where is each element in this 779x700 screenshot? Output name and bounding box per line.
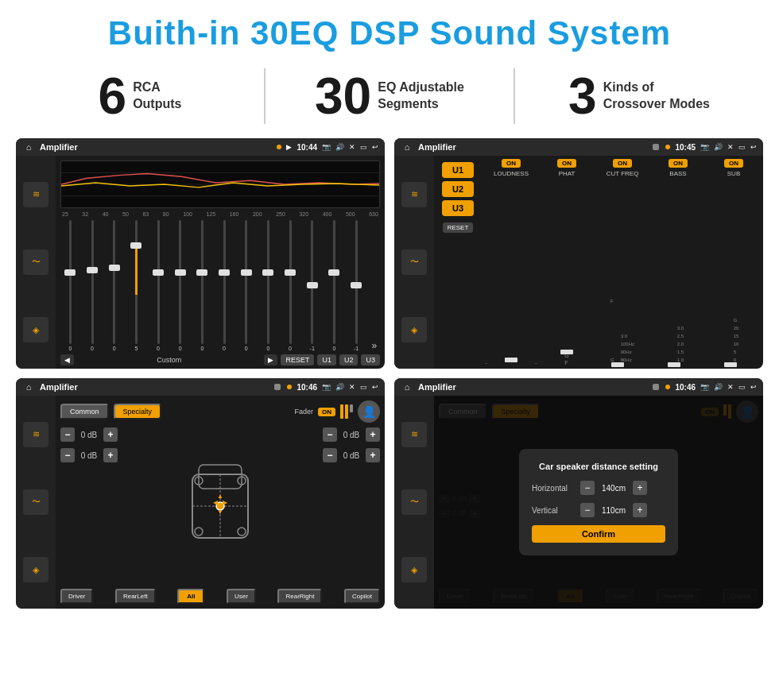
cross-minus-1[interactable]: − — [60, 427, 75, 442]
cross-avatar-btn[interactable]: 👤 — [358, 400, 380, 423]
dialog-horizontal-minus[interactable]: − — [580, 481, 595, 495]
confirm-button[interactable]: Confirm — [532, 525, 665, 543]
stats-row: 6 RCAOutputs 30 EQ AdjustableSegments 3 … — [0, 60, 779, 138]
home-icon[interactable]: ⌂ — [22, 141, 35, 153]
cross-rearright-btn[interactable]: RearRight — [277, 589, 322, 604]
back-icon[interactable]: ↩ — [372, 143, 378, 151]
cross-status-dot — [287, 385, 292, 389]
stat-eq-label: EQ AdjustableSegments — [378, 79, 464, 113]
window-icon[interactable]: ▭ — [360, 143, 367, 151]
cross-right-vol: − 0 dB + − 0 dB + — [323, 427, 380, 584]
dialog-window-icon[interactable]: ▭ — [738, 383, 746, 391]
cross-back-icon[interactable]: ↩ — [372, 383, 378, 391]
svg-text:◀: ◀ — [213, 499, 219, 506]
cross-plus-2[interactable]: + — [103, 448, 118, 462]
eq-sidebar-icon-2[interactable]: 〜 — [23, 249, 48, 275]
cross-plus-1[interactable]: + — [103, 427, 118, 442]
eq-screen-title: Amplifier — [40, 142, 272, 152]
cross-home-icon[interactable]: ⌂ — [22, 381, 35, 393]
cross-minus-2[interactable]: − — [60, 448, 75, 462]
cross-sidebar-icon-1[interactable]: ≋ — [23, 422, 48, 447]
amp-phat-on[interactable]: ON — [557, 159, 576, 168]
cross-plus-4[interactable]: + — [366, 448, 380, 462]
dialog-camera-icon: 📷 — [700, 383, 709, 391]
amp-bass-label: BASS — [669, 170, 686, 177]
dialog-close-icon[interactable]: ✕ — [727, 383, 734, 391]
eq-sidebar-icon-1[interactable]: ≋ — [23, 182, 48, 207]
amp-status-square — [653, 144, 659, 150]
eq-u1-btn[interactable]: U1 — [317, 354, 336, 365]
cross-minus-3[interactable]: − — [323, 427, 337, 442]
cross-close-icon[interactable]: ✕ — [349, 383, 355, 391]
cross-plus-3[interactable]: + — [366, 427, 380, 442]
amp-cutfreq-label: CUT FREQ — [607, 170, 639, 177]
amp-channel-bass: ON BASS 3.02.52.01.51.0 — [652, 159, 704, 365]
amp-home-icon[interactable]: ⌂ — [401, 141, 413, 153]
cross-tab-specialty[interactable]: Specialty — [114, 404, 162, 420]
eq-u2-btn[interactable]: U2 — [339, 354, 358, 365]
cross-window-icon[interactable]: ▭ — [360, 383, 367, 391]
amp-reset-btn[interactable]: RESET — [443, 222, 474, 233]
dialog-home-icon[interactable]: ⌂ — [401, 381, 413, 393]
amp-u1-btn[interactable]: U1 — [442, 162, 474, 178]
cross-sidebar-icon-3[interactable]: ◈ — [23, 557, 48, 582]
amp-bass-on[interactable]: ON — [669, 159, 688, 168]
cross-user-btn[interactable]: User — [227, 589, 256, 604]
eq-next-btn[interactable]: ▶ — [264, 354, 277, 365]
cross-fader-bar-3 — [350, 404, 353, 412]
amp-channel-loudness: ON LOUDNESS ~~ — [485, 159, 537, 365]
cross-sidebar-icon-2[interactable]: 〜 — [23, 489, 48, 515]
eq-slider-2: 0 — [104, 220, 124, 351]
stat-rca: 6 RCAOutputs — [32, 71, 248, 122]
crossover-screen: ⌂ Amplifier 10:46 📷 🔊 ✕ ▭ ↩ ≋ 〜 ◈ Common… — [16, 378, 385, 609]
dialog-sidebar-icon-2[interactable]: 〜 — [401, 489, 427, 515]
cross-top-row: Common Specialty Fader ON 👤 — [60, 400, 380, 423]
amp-window-icon[interactable]: ▭ — [738, 143, 746, 151]
eq-sidebar: ≋ 〜 ◈ — [16, 156, 56, 369]
amp-sidebar-icon-3[interactable]: ◈ — [401, 317, 427, 342]
play-icon[interactable]: ▶ — [286, 143, 292, 151]
cross-driver-btn[interactable]: Driver — [60, 589, 93, 604]
amp-vol-icon: 🔊 — [714, 143, 723, 151]
amp-status-dot — [665, 145, 670, 149]
amp-close-icon[interactable]: ✕ — [727, 143, 734, 151]
amp-channel-cutfreq: ON CUT FREQ FG 3.0100Hz90Hz80Hz — [596, 159, 649, 365]
cross-rearleft-btn[interactable]: RearLeft — [115, 589, 156, 604]
amp-sidebar-icon-1[interactable]: ≋ — [401, 182, 427, 207]
cross-all-btn[interactable]: All — [177, 589, 204, 604]
eq-nav-arrows[interactable]: » — [368, 340, 380, 351]
eq-slider-9: 0 — [258, 220, 278, 351]
amp-sub-on[interactable]: ON — [724, 159, 743, 168]
cross-on-btn[interactable]: ON — [318, 408, 335, 416]
amp-back-icon[interactable]: ↩ — [750, 143, 757, 151]
amp-time: 10:45 — [675, 143, 696, 152]
eq-sidebar-icon-3[interactable]: ◈ — [23, 317, 48, 342]
cross-tab-common[interactable]: Common — [60, 404, 109, 420]
eq-time: 10:44 — [296, 143, 317, 152]
amp-u2-btn[interactable]: U2 — [442, 181, 474, 197]
stat-divider-2 — [514, 68, 515, 124]
dialog-vertical-minus[interactable]: − — [580, 503, 595, 517]
dialog-back-icon[interactable]: ↩ — [750, 383, 757, 391]
amp-loudness-on[interactable]: ON — [502, 159, 521, 168]
cross-vol-row-2: − 0 dB + — [60, 448, 118, 462]
eq-body: ≋ 〜 ◈ 2532405063 80100125160200 — [16, 156, 385, 369]
dialog-horizontal-plus[interactable]: + — [633, 481, 647, 495]
dialog-sidebar-icon-1[interactable]: ≋ — [401, 422, 427, 447]
amp-channels: ON LOUDNESS ~~ ON PHAT — [482, 156, 763, 369]
close-icon[interactable]: ✕ — [349, 143, 355, 151]
amp-cutfreq-on[interactable]: ON — [613, 159, 632, 168]
amp-sidebar-icon-2[interactable]: 〜 — [401, 249, 427, 275]
amp-sub-label: SUB — [727, 170, 740, 177]
eq-u3-btn[interactable]: U3 — [361, 354, 380, 365]
eq-reset-btn[interactable]: RESET — [281, 354, 314, 365]
amp-u3-btn[interactable]: U3 — [442, 200, 474, 216]
dialog-vertical-plus[interactable]: + — [633, 503, 647, 517]
eq-prev-btn[interactable]: ◀ — [60, 354, 74, 365]
cross-copilot-btn[interactable]: Copilot — [344, 589, 380, 604]
svg-text:▲: ▲ — [217, 493, 223, 500]
dialog-sidebar-icon-3[interactable]: ◈ — [401, 557, 427, 582]
cross-vol-icon: 🔊 — [335, 383, 344, 391]
cross-minus-4[interactable]: − — [323, 448, 337, 462]
amp-camera-icon: 📷 — [700, 143, 709, 151]
